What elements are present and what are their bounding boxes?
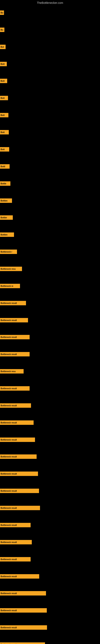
bar-label-text: Bot	[0, 46, 4, 48]
bar-label-text: Bottleneck result	[0, 490, 17, 492]
bar-label-text: Bottleneck result	[0, 319, 17, 322]
bar-row: Bottlen	[0, 198, 12, 203]
bar-row: Bottleneck result	[0, 540, 32, 544]
bar-label-text: Bott	[0, 114, 4, 116]
bar-label-text: Bottleneck result	[0, 575, 17, 578]
bottleneck-bar: Bottl	[0, 164, 10, 169]
bar-label-text: Bottleneck result	[0, 558, 17, 560]
bottleneck-bar: Bott	[0, 113, 8, 117]
bottleneck-bar: Bot	[0, 45, 6, 49]
bar-label-text: Bottleneck result	[0, 507, 17, 509]
bar-label-text: Bottleneck resu	[0, 268, 16, 270]
bar-row: Bottl	[0, 164, 10, 169]
bar-label-text: Bottleneck result	[0, 439, 17, 441]
bar-label-text: Bott	[0, 63, 4, 65]
bottleneck-bar: Bottler	[0, 215, 13, 220]
bar-label-text: Bottler	[0, 216, 7, 219]
bottleneck-bar: Bott	[0, 79, 7, 83]
bottleneck-bar: Bott	[0, 62, 7, 66]
bottleneck-bar: Bottleneck result	[0, 574, 39, 578]
bottleneck-bar: Bottleneck result	[0, 301, 26, 305]
bottleneck-bar: Bottleneck result	[0, 420, 34, 425]
bar-row: Bottleneck result	[0, 335, 30, 339]
bar-row: Bottleneck result	[0, 625, 47, 630]
bottleneck-bar: Bottleneck result	[0, 625, 47, 630]
bottleneck-bar: Bottleneck result	[0, 318, 28, 322]
bar-row: Bottleneck result	[0, 352, 30, 356]
bar-row: Bottleneck re	[0, 284, 20, 288]
bar-row: Bottleneck result	[0, 301, 26, 305]
bar-row: Bottleneck result	[0, 574, 39, 578]
bar-label-text: Bottleneck result	[0, 592, 17, 594]
bar-label-text: Bott	[0, 148, 4, 150]
bottleneck-bar: Bottleneck result	[0, 472, 38, 476]
bottleneck-bar: Bo	[0, 10, 4, 15]
bottleneck-bar: Bottleneck result	[0, 438, 35, 442]
bar-label-text: Bottleneck result	[0, 404, 17, 407]
bar-row: Bottler	[0, 215, 13, 220]
bar-row: Bottleneck result	[0, 608, 47, 612]
bar-row: Bottleneck resu	[0, 267, 22, 271]
bottleneck-bar: Bottleneck result	[0, 454, 37, 459]
bar-row: Bo	[0, 10, 4, 15]
bar-label-text: Bott	[0, 80, 4, 82]
bar-label-text: Bottleneck re	[0, 285, 13, 287]
bar-row: Bottleneck result	[0, 438, 35, 442]
bottleneck-bar: Bo	[0, 28, 4, 32]
bar-row: Bottleneck result	[0, 523, 31, 527]
bar-label-text: Bo	[0, 29, 3, 31]
bottleneck-bar: Bottleneck re	[0, 284, 20, 288]
bar-label-text: Bottleneck result	[0, 353, 17, 356]
bar-row: Bottleneck result	[0, 403, 31, 408]
bar-row: Bot	[0, 45, 6, 49]
bar-row: Bottleneck result	[0, 591, 46, 596]
bar-label-text: Bott	[0, 97, 4, 99]
bar-label-text: Bottleneck result	[0, 388, 17, 390]
bottleneck-bar: Bottle	[0, 181, 10, 186]
bar-row: Bottleneck result	[0, 454, 37, 459]
bar-row: Bo	[0, 28, 4, 32]
bottleneck-bar: Bottleneck result	[0, 352, 30, 356]
bottleneck-bar: Bottleneck result	[0, 335, 30, 339]
bottleneck-bar: Bottlen	[0, 232, 14, 237]
bar-row: Bottleneck result	[0, 506, 40, 510]
bottleneck-bar: Bottleneck result	[0, 540, 32, 544]
bar-row: Bottleneck r	[0, 250, 17, 254]
bar-label-text: Bottleneck result	[0, 541, 17, 544]
bar-label-text: Bottleneck result	[0, 473, 17, 475]
bottleneck-bar: Bottleneck result	[0, 608, 47, 612]
bar-row: Bott	[0, 96, 8, 100]
bottleneck-bar: Bottleneck r	[0, 250, 17, 254]
bar-label-text: Bottle	[0, 182, 6, 185]
bottleneck-bar: Bottleneck resu	[0, 267, 22, 271]
bar-row: Bott	[0, 62, 7, 66]
bar-label-text: Bottleneck result	[0, 626, 17, 629]
bottleneck-bar: Bottleneck result	[0, 386, 30, 391]
bottleneck-bar: Bottleneck result	[0, 489, 39, 493]
bar-row: Bott	[0, 79, 7, 83]
bar-label-text: Bottleneck result	[0, 302, 17, 304]
bottleneck-bar: Bottleneck result	[0, 591, 46, 596]
bottleneck-bar: Bottleneck result	[0, 642, 45, 644]
bar-label-text: Bottleneck result	[0, 422, 17, 424]
bottleneck-bar: Bott	[0, 147, 9, 152]
bottleneck-bar: Bottleneck result	[0, 557, 31, 562]
bar-row: Bottle	[0, 181, 10, 186]
bar-row: Bottleneck result	[0, 420, 34, 425]
bottleneck-bar: Bottleneck resu	[0, 369, 24, 374]
bar-row: Bottleneck result	[0, 489, 39, 493]
bar-row: Bott	[0, 130, 9, 134]
bar-row: Bott	[0, 113, 8, 117]
bottleneck-bar: Bottleneck result	[0, 403, 31, 408]
bar-row: Bott	[0, 147, 9, 152]
bar-row: Bottleneck result	[0, 642, 45, 644]
bar-label-text: Bottleneck resu	[0, 370, 16, 372]
bar-row: Bottleneck result	[0, 557, 31, 562]
bar-label-text: Bottleneck result	[0, 456, 17, 458]
bar-label-text: Bottleneck result	[0, 336, 17, 338]
bottleneck-bar: Bottleneck result	[0, 523, 31, 527]
site-title: TheBottlenecker.com	[0, 0, 100, 6]
bar-label-text: Bottl	[0, 166, 5, 168]
bar-label-text: Bottleneck result	[0, 524, 17, 526]
bar-label-text: Bott	[0, 131, 4, 134]
